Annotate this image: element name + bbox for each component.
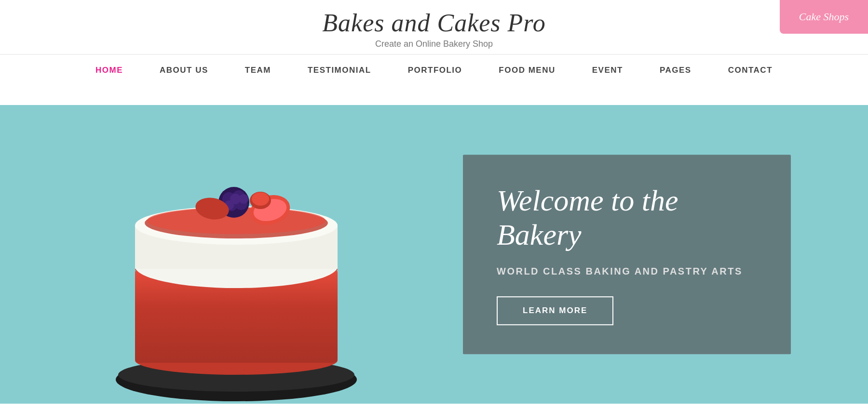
hero-section: Welcome to the Bakery WORLD CLASS BAKING… xyxy=(0,105,868,404)
nav-item-event[interactable]: EVENT xyxy=(574,55,641,86)
nav-item-home[interactable]: HOME xyxy=(77,55,141,86)
learn-more-button[interactable]: LEARN MORE xyxy=(497,296,613,325)
wavy-border xyxy=(0,86,868,105)
cake-container xyxy=(87,124,386,404)
nav-item-testimonial[interactable]: TESTIMONIAL xyxy=(289,55,390,86)
site-title: Bakes and Cakes Pro xyxy=(0,9,868,37)
site-subtitle: Create an Online Bakery Shop xyxy=(0,39,868,49)
welcome-box: Welcome to the Bakery WORLD CLASS BAKING… xyxy=(463,155,791,354)
svg-point-22 xyxy=(252,192,269,206)
nav-item-pages[interactable]: PAGES xyxy=(641,55,710,86)
nav-item-team[interactable]: TEAM xyxy=(227,55,289,86)
nav-item-about-us[interactable]: ABOUT US xyxy=(141,55,227,86)
cake-shops-button[interactable]: Cake Shops xyxy=(780,0,868,34)
nav-item-food-menu[interactable]: FOOD MENU xyxy=(480,55,573,86)
welcome-title: Welcome to the Bakery xyxy=(497,184,757,252)
welcome-subtitle: WORLD CLASS BAKING AND PASTRY ARTS xyxy=(497,266,757,277)
nav-item-contact[interactable]: CONTACT xyxy=(710,55,791,86)
header: Bakes and Cakes Pro Create an Online Bak… xyxy=(0,0,868,55)
nav-item-portfolio[interactable]: PORTFOLIO xyxy=(390,55,481,86)
svg-point-19 xyxy=(239,194,248,204)
navigation: HOMEABOUT USTEAMTESTIMONIALPORTFOLIOFOOD… xyxy=(0,55,868,86)
